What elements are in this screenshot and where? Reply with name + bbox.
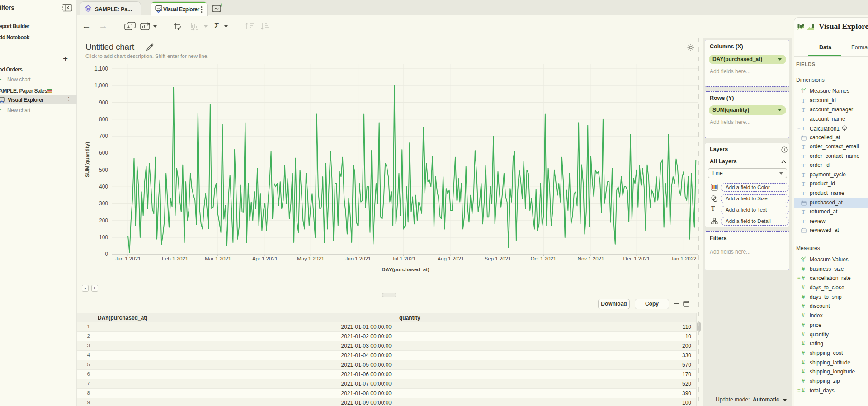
svg-text:#: # <box>802 258 804 263</box>
svg-text:T: T <box>802 89 804 94</box>
